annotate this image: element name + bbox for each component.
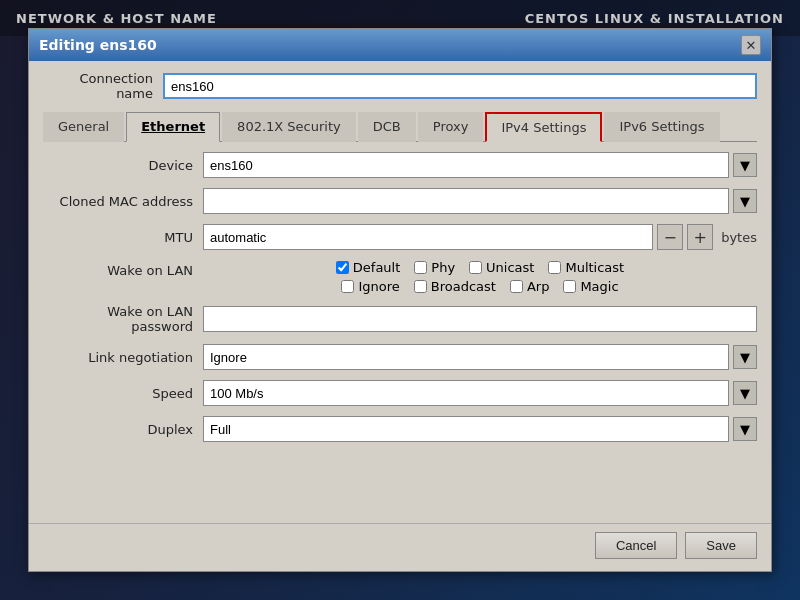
wake-ignore-item[interactable]: Ignore xyxy=(341,279,399,294)
link-negotiation-control: Ignore Automatic Manual ▼ xyxy=(203,344,757,370)
connection-name-input[interactable] xyxy=(163,73,757,99)
wake-on-lan-row: Wake on LAN Default Phy Unic xyxy=(43,260,757,294)
speed-wrapper: 100 Mb/s 10 Mb/s 1 Gb/s xyxy=(203,380,729,406)
duplex-select[interactable]: Full Half xyxy=(204,417,728,441)
device-control: ens160 ▼ xyxy=(203,152,757,178)
mtu-control: − + bytes xyxy=(203,224,757,250)
wake-magic-checkbox[interactable] xyxy=(563,280,576,293)
wake-on-lan-row1: Default Phy Unicast Multicast xyxy=(336,260,624,275)
cloned-mac-label: Cloned MAC address xyxy=(43,194,203,209)
wake-multicast-label: Multicast xyxy=(565,260,624,275)
dialog-body: Connection name General Ethernet 802.1X … xyxy=(29,61,771,519)
wake-ignore-checkbox[interactable] xyxy=(341,280,354,293)
tab-8021x-security[interactable]: 802.1X Security xyxy=(222,112,356,142)
tab-dcb[interactable]: DCB xyxy=(358,112,416,142)
wake-unicast-label: Unicast xyxy=(486,260,534,275)
mtu-row: MTU − + bytes xyxy=(43,224,757,250)
device-row: Device ens160 ▼ xyxy=(43,152,757,178)
connection-name-label: Connection name xyxy=(43,71,163,101)
cloned-mac-input[interactable] xyxy=(204,192,728,211)
connection-name-row: Connection name xyxy=(43,71,757,101)
tab-proxy[interactable]: Proxy xyxy=(418,112,484,142)
wake-arp-checkbox[interactable] xyxy=(510,280,523,293)
tab-general[interactable]: General xyxy=(43,112,124,142)
tab-ipv4-settings[interactable]: IPv4 Settings xyxy=(485,112,602,142)
cloned-mac-control: ▼ xyxy=(203,188,757,214)
wake-multicast-item[interactable]: Multicast xyxy=(548,260,624,275)
wake-password-label: Wake on LAN password xyxy=(43,304,203,334)
close-button[interactable]: ✕ xyxy=(741,35,761,55)
wake-magic-label: Magic xyxy=(580,279,618,294)
wake-arp-label: Arp xyxy=(527,279,550,294)
wake-on-lan-label: Wake on LAN xyxy=(43,260,203,278)
wake-password-control xyxy=(203,306,757,332)
link-negotiation-row: Link negotiation Ignore Automatic Manual… xyxy=(43,344,757,370)
wake-on-lan-row2: Ignore Broadcast Arp Magic xyxy=(341,279,618,294)
device-select-wrapper[interactable]: ens160 xyxy=(203,152,729,178)
wake-default-item[interactable]: Default xyxy=(336,260,401,275)
wake-password-input[interactable] xyxy=(203,306,757,332)
wake-ignore-label: Ignore xyxy=(358,279,399,294)
wake-broadcast-item[interactable]: Broadcast xyxy=(414,279,496,294)
mtu-input[interactable] xyxy=(203,224,653,250)
wake-broadcast-label: Broadcast xyxy=(431,279,496,294)
speed-select[interactable]: 100 Mb/s 10 Mb/s 1 Gb/s xyxy=(204,381,728,405)
cancel-button[interactable]: Cancel xyxy=(595,532,677,559)
wake-phy-item[interactable]: Phy xyxy=(414,260,455,275)
speed-control: 100 Mb/s 10 Mb/s 1 Gb/s ▼ xyxy=(203,380,757,406)
cloned-mac-dropdown-arrow[interactable]: ▼ xyxy=(733,189,757,213)
wake-on-lan-control: Default Phy Unicast Multicast xyxy=(203,260,757,294)
wake-multicast-checkbox[interactable] xyxy=(548,261,561,274)
wake-arp-item[interactable]: Arp xyxy=(510,279,550,294)
wake-phy-checkbox[interactable] xyxy=(414,261,427,274)
link-negotiation-label: Link negotiation xyxy=(43,350,203,365)
save-button[interactable]: Save xyxy=(685,532,757,559)
wake-broadcast-checkbox[interactable] xyxy=(414,280,427,293)
wake-magic-item[interactable]: Magic xyxy=(563,279,618,294)
top-bar-right: CENTOS LINUX & INSTALLATION xyxy=(525,11,784,26)
wake-password-row: Wake on LAN password xyxy=(43,304,757,334)
mtu-label: MTU xyxy=(43,230,203,245)
dialog: Editing ens160 ✕ Connection name General… xyxy=(28,28,772,572)
tab-ipv6-settings[interactable]: IPv6 Settings xyxy=(604,112,719,142)
device-label: Device xyxy=(43,158,203,173)
link-negotiation-arrow[interactable]: ▼ xyxy=(733,345,757,369)
mtu-plus-button[interactable]: + xyxy=(687,224,713,250)
tabs: General Ethernet 802.1X Security DCB Pro… xyxy=(43,111,757,142)
wake-unicast-item[interactable]: Unicast xyxy=(469,260,534,275)
wake-phy-label: Phy xyxy=(431,260,455,275)
duplex-control: Full Half ▼ xyxy=(203,416,757,442)
tab-ethernet[interactable]: Ethernet xyxy=(126,112,220,142)
cloned-mac-row: Cloned MAC address ▼ xyxy=(43,188,757,214)
dialog-titlebar: Editing ens160 ✕ xyxy=(29,29,771,61)
device-dropdown-arrow[interactable]: ▼ xyxy=(733,153,757,177)
dialog-title: Editing ens160 xyxy=(39,37,157,53)
link-negotiation-wrapper: Ignore Automatic Manual xyxy=(203,344,729,370)
speed-dropdown-arrow[interactable]: ▼ xyxy=(733,381,757,405)
wake-unicast-checkbox[interactable] xyxy=(469,261,482,274)
cloned-mac-wrapper[interactable] xyxy=(203,188,729,214)
link-negotiation-select[interactable]: Ignore Automatic Manual xyxy=(204,345,728,369)
dialog-footer: Cancel Save xyxy=(29,523,771,571)
duplex-wrapper: Full Half xyxy=(203,416,729,442)
wake-default-label: Default xyxy=(353,260,401,275)
top-bar-left: NETWORK & HOST NAME xyxy=(16,11,217,26)
mtu-bytes-label: bytes xyxy=(721,230,757,245)
speed-label: Speed xyxy=(43,386,203,401)
tab-content-ethernet: Device ens160 ▼ Cloned MAC address xyxy=(43,152,757,509)
duplex-label: Duplex xyxy=(43,422,203,437)
device-select[interactable]: ens160 xyxy=(204,153,728,177)
speed-row: Speed 100 Mb/s 10 Mb/s 1 Gb/s ▼ xyxy=(43,380,757,406)
duplex-row: Duplex Full Half ▼ xyxy=(43,416,757,442)
duplex-dropdown-arrow[interactable]: ▼ xyxy=(733,417,757,441)
wake-default-checkbox[interactable] xyxy=(336,261,349,274)
mtu-minus-button[interactable]: − xyxy=(657,224,683,250)
